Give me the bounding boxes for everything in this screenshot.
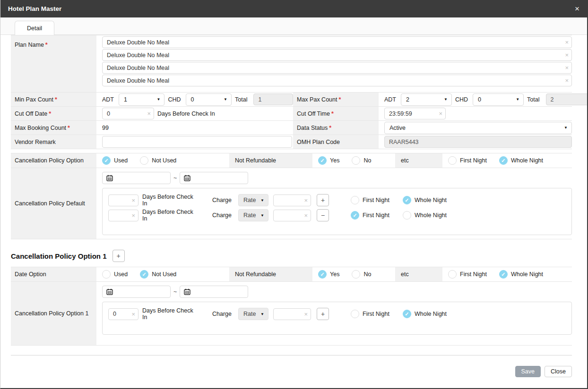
whole-night-radio-group[interactable]: ✓ Whole Night: [403, 310, 447, 318]
data-status-select[interactable]: Active ▼: [384, 122, 572, 134]
total-label: Total: [235, 96, 247, 103]
yes-label: Yes: [330, 157, 339, 164]
clear-icon[interactable]: ×: [304, 311, 308, 317]
required-mark: *: [338, 96, 341, 103]
not-used-radio[interactable]: ✓: [140, 156, 148, 165]
tab-detail-label: Detail: [27, 25, 42, 32]
no-radio[interactable]: ✓: [352, 156, 360, 165]
clear-icon[interactable]: ×: [565, 77, 569, 84]
no-radio-group[interactable]: ✓ No: [352, 156, 371, 165]
whole-night-radio-group[interactable]: ✓ Whole Night: [499, 270, 543, 279]
hotel-plan-master-dialog: Hotel Plan Master × Detail Plan Name * ×…: [0, 0, 588, 389]
charge-label: Charge: [212, 311, 232, 317]
clear-icon[interactable]: ×: [565, 39, 569, 45]
tab-detail[interactable]: Detail: [15, 21, 54, 35]
first-night-label: First Night: [363, 311, 389, 317]
first-night-radio-group[interactable]: ✓ First Night: [448, 156, 487, 165]
yes-radio-group[interactable]: ✓ Yes: [318, 156, 339, 165]
min-pax-adt-select[interactable]: 1 ▼: [119, 93, 164, 106]
days-before-check-in-label: Days Before Check In: [142, 307, 198, 321]
first-night-radio-group[interactable]: ✓ First Night: [448, 270, 487, 279]
not-used-radio-group[interactable]: ✓ Not Used: [140, 156, 176, 165]
remove-row-button[interactable]: −: [317, 209, 329, 221]
add-row-button[interactable]: +: [317, 194, 329, 206]
rate-select[interactable]: Rate ▼: [238, 209, 268, 221]
chevron-down-icon: ▼: [260, 198, 264, 203]
yes-radio[interactable]: ✓: [318, 270, 327, 279]
clear-icon[interactable]: ×: [131, 311, 135, 317]
refundable-choice-cell: ✓ Yes ✓ No: [312, 267, 395, 281]
plan-name-input-4[interactable]: [102, 75, 572, 86]
not-used-radio-group[interactable]: ✓ Not Used: [140, 270, 176, 279]
used-radio[interactable]: ✓: [102, 270, 111, 279]
first-night-radio[interactable]: ✓: [448, 156, 457, 165]
clear-icon[interactable]: ×: [565, 65, 569, 71]
clear-icon[interactable]: ×: [439, 110, 442, 117]
plan-name-input-2[interactable]: [102, 49, 572, 61]
max-booking-count-value: 99: [96, 121, 293, 135]
first-night-radio[interactable]: ✓: [351, 196, 359, 204]
date-option-row: Date Option ✓ Used ✓ Not Used: [11, 267, 572, 282]
chevron-down-icon: ▼: [260, 213, 264, 218]
cancellation-policy-option1-row: Cancellation Policy Option 1 ~: [11, 282, 572, 346]
close-icon[interactable]: ×: [575, 5, 579, 13]
first-night-radio[interactable]: ✓: [448, 270, 457, 279]
cut-off-date-input[interactable]: [102, 108, 154, 119]
option1-date-from[interactable]: [102, 286, 171, 298]
plan-name-label: Plan Name *: [11, 35, 96, 92]
cut-off-time-input[interactable]: [384, 108, 446, 119]
first-night-radio-group[interactable]: ✓ First Night: [351, 310, 389, 318]
used-label: Used: [114, 271, 128, 278]
plan-name-input-1[interactable]: [102, 36, 572, 48]
clear-icon[interactable]: ×: [131, 197, 135, 203]
whole-night-radio[interactable]: ✓: [499, 270, 508, 279]
whole-night-radio-group[interactable]: ✓ Whole Night: [403, 196, 447, 204]
default-date-to[interactable]: [180, 172, 248, 184]
whole-night-radio-group[interactable]: ✓ Whole Night: [499, 156, 543, 165]
vendor-remark-input[interactable]: [102, 136, 292, 148]
save-button[interactable]: Save: [515, 366, 541, 377]
etc-cell: etc: [395, 153, 442, 168]
default-date-from[interactable]: [102, 172, 171, 184]
yes-radio[interactable]: ✓: [318, 156, 327, 165]
max-pax-chd-select[interactable]: 0 ▼: [473, 93, 524, 106]
not-used-radio[interactable]: ✓: [140, 270, 148, 279]
option1-date-to[interactable]: [180, 286, 248, 298]
used-radio-group[interactable]: ✓ Used: [102, 270, 128, 279]
plan-name-input-3[interactable]: [102, 62, 572, 74]
rate-select[interactable]: Rate ▼: [238, 194, 268, 206]
first-night-radio-group[interactable]: ✓ First Night: [351, 196, 389, 204]
whole-night-radio-group[interactable]: ✓ Whole Night: [403, 211, 447, 220]
add-row-button[interactable]: +: [317, 308, 329, 320]
add-policy-option-button[interactable]: +: [112, 250, 125, 262]
whole-night-radio[interactable]: ✓: [499, 156, 508, 165]
close-button[interactable]: Close: [545, 366, 572, 377]
no-radio-group[interactable]: ✓ No: [352, 270, 371, 279]
chevron-down-icon: ▼: [516, 97, 519, 101]
whole-night-radio[interactable]: ✓: [403, 211, 411, 220]
whole-night-radio[interactable]: ✓: [403, 310, 411, 318]
clear-icon[interactable]: ×: [131, 212, 135, 219]
yes-radio-group[interactable]: ✓ Yes: [318, 270, 339, 279]
cut-off-date-label: Cut Off Date *: [11, 107, 96, 120]
days-before-check-in-label: Days Before Check In: [157, 110, 215, 117]
used-radio-group[interactable]: ✓ Used: [102, 156, 128, 165]
clear-icon[interactable]: ×: [565, 52, 569, 58]
min-pax-chd-select[interactable]: 0 ▼: [186, 93, 232, 106]
calendar-icon: [184, 175, 190, 181]
required-mark: *: [45, 42, 48, 48]
rate-select[interactable]: Rate ▼: [238, 308, 268, 320]
min-pax-label: Min Pax Count *: [11, 93, 96, 106]
clear-icon[interactable]: ×: [304, 197, 308, 203]
option1-date-range: ~: [102, 286, 572, 298]
refundable-choice-cell: ✓ Yes ✓ No: [312, 153, 395, 168]
first-night-radio-group[interactable]: ✓ First Night: [351, 211, 389, 220]
first-night-radio[interactable]: ✓: [351, 211, 359, 220]
clear-icon[interactable]: ×: [147, 110, 151, 117]
clear-icon[interactable]: ×: [304, 212, 308, 219]
used-radio[interactable]: ✓: [102, 156, 111, 165]
whole-night-radio[interactable]: ✓: [403, 196, 411, 204]
first-night-radio[interactable]: ✓: [351, 310, 359, 318]
no-radio[interactable]: ✓: [352, 270, 360, 279]
max-pax-adt-select[interactable]: 2 ▼: [401, 93, 452, 106]
